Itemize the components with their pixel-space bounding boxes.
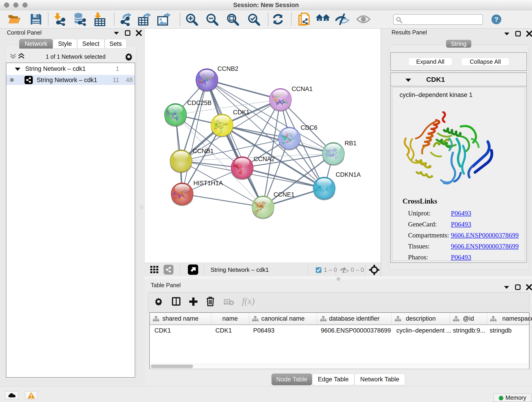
- svg-text:CCNA2: CCNA2: [254, 156, 275, 162]
- svg-text:CDKN1A: CDKN1A: [336, 171, 361, 178]
- svg-text:HIST1H1A: HIST1H1A: [193, 180, 223, 186]
- svg-text:CDK1: CDK1: [233, 109, 249, 116]
- svg-text:RB1: RB1: [345, 140, 357, 147]
- svg-text:CDC6: CDC6: [301, 124, 317, 131]
- svg-text:CCNE1: CCNE1: [273, 191, 295, 198]
- svg-text:CCNB1: CCNB1: [193, 148, 214, 154]
- svg-text:CDC25B: CDC25B: [187, 99, 212, 106]
- svg-text:CCNA1: CCNA1: [292, 85, 313, 92]
- svg-text:CCNB2: CCNB2: [217, 65, 239, 72]
